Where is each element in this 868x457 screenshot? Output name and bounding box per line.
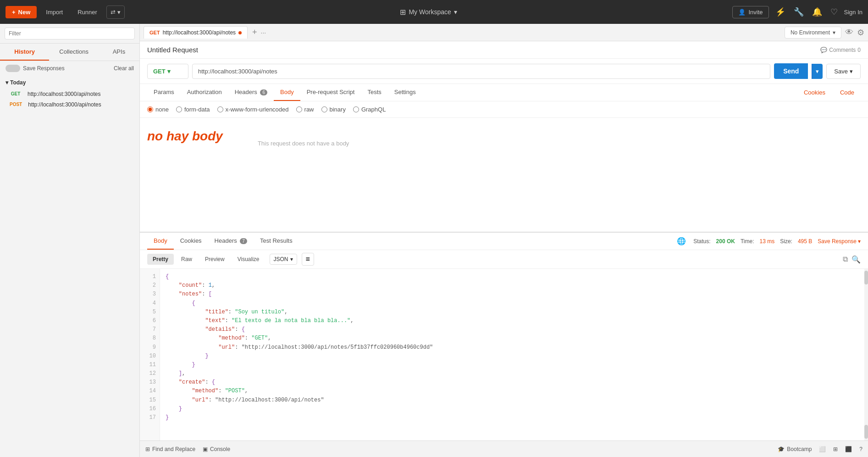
environment-selector[interactable]: No Environment ▾ — [785, 27, 841, 39]
scrollbar[interactable] — [864, 269, 868, 440]
settings-icon[interactable]: 🔧 — [792, 5, 806, 19]
layout-icon-2[interactable]: ⊞ — [833, 446, 838, 452]
method-selector[interactable]: GET ▾ — [147, 64, 188, 79]
eye-icon[interactable]: 👁 — [845, 28, 853, 37]
new-label: New — [18, 9, 31, 16]
filter-input[interactable] — [5, 28, 135, 39]
sidebar-item-history[interactable]: History — [0, 44, 49, 61]
invite-button[interactable]: 👤 Invite — [732, 6, 768, 18]
resp-tab-headers[interactable]: Headers 7 — [208, 233, 254, 250]
time-value: 13 ms — [760, 238, 775, 245]
view-tab-visualize[interactable]: Visualize — [232, 254, 265, 265]
environment-label: No Environment — [791, 29, 830, 36]
copy-icon[interactable]: ⧉ — [843, 255, 848, 264]
chevron-down-icon: ▾ — [167, 68, 171, 75]
radio-none[interactable]: none — [147, 106, 169, 113]
comments-count: 0 — [857, 47, 861, 53]
top-bar-right: 👤 Invite ⚡ 🔧 🔔 ♡ Sign In — [732, 5, 862, 19]
plus-icon: + — [12, 9, 16, 16]
tab-headers[interactable]: Headers 6 — [228, 84, 274, 101]
tab-body[interactable]: Body — [274, 84, 300, 101]
format-selector[interactable]: JSON ▾ — [270, 254, 297, 265]
search-icon[interactable]: 🔍 — [851, 255, 861, 264]
resp-tab-test-results[interactable]: Test Results — [254, 233, 299, 250]
grid-icon: ⊞ — [400, 8, 406, 17]
sidebar: History Collections APIs Save Responses … — [0, 24, 140, 457]
response-view-tabs: Pretty Raw Preview Visualize JSON ▾ ≡ ⧉ … — [140, 250, 868, 269]
format-label: JSON — [274, 256, 288, 262]
resp-tab-body[interactable]: Body — [147, 233, 174, 250]
sidebar-item-collections[interactable]: Collections — [49, 44, 98, 61]
radio-binary[interactable]: binary — [321, 106, 346, 113]
runner-button[interactable]: Runner — [72, 6, 103, 18]
workspace-label: My Workspace — [409, 8, 451, 16]
bootcamp-button[interactable]: 🎓 Bootcamp — [778, 446, 812, 452]
add-tab-button[interactable]: + — [249, 26, 261, 39]
settings-icon[interactable]: ⚙ — [857, 28, 864, 38]
save-label: Save — [834, 68, 848, 75]
console-icon: ▣ — [203, 446, 208, 452]
history-group-today[interactable]: ▾ Today — [6, 79, 134, 86]
more-tabs-button[interactable]: ··· — [261, 29, 266, 36]
notification-icon[interactable]: 🔔 — [810, 5, 824, 19]
workspace-selector[interactable]: ⊞ My Workspace ▾ — [128, 8, 729, 17]
resp-tab-cookies[interactable]: Cookies — [174, 233, 208, 250]
cookies-link[interactable]: Cookies — [797, 84, 832, 100]
request-options-tabs: Params Authorization Headers 6 Body Pre-… — [140, 84, 868, 101]
url-input[interactable] — [192, 64, 770, 79]
save-responses-toggle[interactable]: Save Responses — [6, 65, 65, 72]
json-code: { "count": 1, "notes": [ { "title": "Soy… — [160, 269, 864, 440]
save-button[interactable]: Save ▾ — [826, 64, 861, 79]
sidebar-item-apis[interactable]: APIs — [99, 44, 139, 61]
console-label: Console — [210, 446, 230, 452]
comments-label: Comments — [829, 47, 856, 53]
tab-settings[interactable]: Settings — [388, 84, 422, 101]
top-navbar: + New Import Runner ⇄ ▾ ⊞ My Workspace ▾… — [0, 0, 868, 24]
tab-pre-request[interactable]: Pre-request Script — [300, 84, 361, 101]
body-content-area: no hay body This request does not have a… — [140, 118, 868, 160]
import-button[interactable]: Import — [40, 6, 68, 18]
new-button[interactable]: + New — [6, 6, 37, 18]
tab-params[interactable]: Params — [147, 84, 181, 101]
method-value: GET — [153, 68, 166, 75]
wrap-icon[interactable]: ≡ — [302, 253, 314, 266]
view-tab-pretty[interactable]: Pretty — [147, 254, 174, 265]
list-item[interactable]: GET http://localhost:3000/api/notes — [6, 89, 134, 99]
send-button[interactable]: Send — [774, 63, 808, 79]
main-layout: History Collections APIs Save Responses … — [0, 24, 868, 457]
code-link[interactable]: Code — [834, 84, 861, 100]
layout-icon-1[interactable]: ⬜ — [819, 446, 826, 452]
help-icon[interactable]: ? — [859, 446, 862, 452]
list-item[interactable]: POST http://localhost:3000/api/notes — [6, 99, 134, 110]
line-numbers: 1234567891011121314151617 — [140, 269, 160, 440]
console-button[interactable]: ▣ Console — [203, 446, 230, 452]
clear-all-button[interactable]: Clear all — [114, 65, 134, 72]
comments-button[interactable]: 💬 Comments 0 — [820, 47, 861, 53]
radio-graphql[interactable]: GraphQL — [353, 106, 386, 113]
intercept-button[interactable]: ⇄ ▾ — [106, 6, 125, 19]
bootcamp-label: Bootcamp — [787, 446, 812, 452]
tab-authorization[interactable]: Authorization — [181, 84, 228, 101]
radio-raw[interactable]: raw — [296, 106, 314, 113]
sign-in-button[interactable]: Sign In — [844, 9, 862, 16]
chevron-down-icon: ▾ — [6, 79, 8, 86]
layout-icon-3[interactable]: ⬛ — [845, 446, 852, 452]
radio-form-data[interactable]: form-data — [176, 106, 210, 113]
view-tab-preview[interactable]: Preview — [199, 254, 230, 265]
save-responses-switch[interactable] — [6, 65, 20, 72]
save-response-button[interactable]: Save Response ▾ — [818, 238, 861, 245]
sync-icon[interactable]: ⚡ — [774, 5, 787, 19]
view-tab-raw[interactable]: Raw — [176, 254, 198, 265]
request-title-bar: Untitled Request 💬 Comments 0 — [140, 41, 868, 59]
heart-icon[interactable]: ♡ — [829, 5, 840, 19]
request-tab[interactable]: GET http://localhost:3000/api/notes — [144, 26, 248, 39]
globe-icon[interactable]: 🌐 — [675, 235, 688, 247]
tab-method: GET — [149, 30, 160, 35]
radio-urlencoded[interactable]: x-www-form-urlencoded — [217, 106, 289, 113]
tab-tests[interactable]: Tests — [361, 84, 387, 101]
tab-url: http://localhost:3000/api/notes — [163, 29, 236, 36]
send-dropdown-button[interactable]: ▾ — [812, 64, 823, 79]
find-replace-button[interactable]: ⊞ Find and Replace — [145, 446, 195, 452]
status-value: 200 OK — [716, 238, 735, 245]
person-icon: 👤 — [738, 9, 746, 16]
